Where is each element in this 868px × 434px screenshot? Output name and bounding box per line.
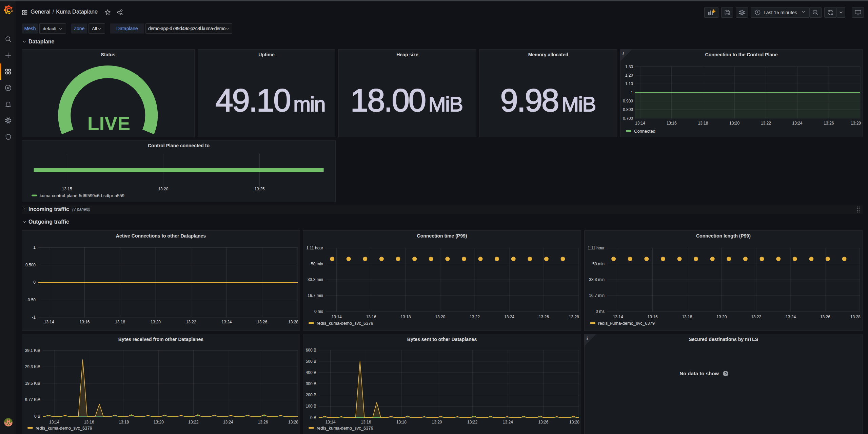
svg-text:13:18: 13:18 bbox=[119, 420, 129, 424]
svg-text:13:24: 13:24 bbox=[223, 420, 233, 424]
svg-text:49.10min: 49.10min bbox=[215, 82, 325, 118]
svg-text:13:14: 13:14 bbox=[326, 420, 336, 424]
svg-text:13:20: 13:20 bbox=[432, 420, 442, 424]
svg-text:13:20: 13:20 bbox=[435, 315, 445, 319]
svg-text:50 min: 50 min bbox=[311, 262, 323, 266]
svg-text:13:20: 13:20 bbox=[158, 187, 168, 191]
svg-text:LIVE: LIVE bbox=[87, 113, 131, 134]
svg-text:0.900: 0.900 bbox=[623, 99, 633, 103]
svg-text:13:16: 13:16 bbox=[648, 315, 658, 319]
svg-text:13:14: 13:14 bbox=[613, 315, 623, 319]
svg-text:1: 1 bbox=[631, 90, 633, 95]
svg-text:18.00MiB: 18.00MiB bbox=[351, 82, 463, 118]
svg-text:redis_kuma-demo_svc_6379: redis_kuma-demo_svc_6379 bbox=[598, 321, 655, 326]
svg-text:13:26: 13:26 bbox=[257, 320, 267, 324]
svg-text:13:24: 13:24 bbox=[792, 121, 803, 126]
svg-text:13:18: 13:18 bbox=[682, 315, 692, 319]
svg-text:9.98MiB: 9.98MiB bbox=[500, 82, 595, 118]
svg-text:33.3 min: 33.3 min bbox=[308, 277, 323, 282]
svg-text:16.7 min: 16.7 min bbox=[308, 293, 323, 298]
svg-text:13:18: 13:18 bbox=[396, 420, 407, 424]
svg-text:1.11 hour: 1.11 hour bbox=[306, 246, 323, 250]
svg-text:400 B: 400 B bbox=[306, 370, 316, 375]
svg-text:0 B: 0 B bbox=[34, 414, 40, 419]
svg-text:13:24: 13:24 bbox=[221, 320, 232, 324]
svg-text:13:24: 13:24 bbox=[503, 420, 513, 424]
svg-text:29.3 KiB: 29.3 KiB bbox=[25, 364, 40, 369]
svg-text:0.700: 0.700 bbox=[623, 116, 633, 121]
svg-text:13:14: 13:14 bbox=[49, 420, 59, 424]
svg-text:13:22: 13:22 bbox=[470, 315, 480, 319]
svg-text:13:16: 13:16 bbox=[84, 420, 94, 424]
svg-text:1.10: 1.10 bbox=[625, 81, 633, 86]
svg-text:13:18: 13:18 bbox=[400, 315, 411, 319]
svg-text:-1: -1 bbox=[32, 315, 36, 320]
svg-text:0.500: 0.500 bbox=[25, 263, 36, 267]
svg-text:13:20: 13:20 bbox=[151, 320, 161, 324]
svg-text:-0.50: -0.50 bbox=[26, 298, 36, 302]
svg-text:13:28: 13:28 bbox=[288, 320, 298, 324]
svg-text:1.11 hour: 1.11 hour bbox=[588, 246, 605, 250]
svg-text:200 B: 200 B bbox=[306, 393, 316, 397]
svg-text:13:28: 13:28 bbox=[569, 315, 579, 319]
svg-text:500 B: 500 B bbox=[306, 359, 316, 364]
svg-text:1.20: 1.20 bbox=[625, 73, 633, 78]
svg-text:13:15: 13:15 bbox=[62, 187, 72, 191]
svg-text:19.5 KiB: 19.5 KiB bbox=[25, 381, 40, 386]
svg-text:600 B: 600 B bbox=[306, 348, 316, 353]
svg-text:13:22: 13:22 bbox=[188, 420, 198, 424]
svg-text:13:22: 13:22 bbox=[467, 420, 477, 424]
svg-text:13:25: 13:25 bbox=[254, 187, 264, 191]
svg-text:13:28: 13:28 bbox=[288, 420, 298, 424]
svg-text:redis_kuma-demo_svc_6379: redis_kuma-demo_svc_6379 bbox=[317, 321, 373, 326]
svg-text:13:16: 13:16 bbox=[79, 320, 90, 324]
svg-text:13:18: 13:18 bbox=[115, 320, 125, 324]
svg-text:13:16: 13:16 bbox=[361, 420, 371, 424]
svg-text:13:28: 13:28 bbox=[850, 315, 861, 319]
svg-text:1: 1 bbox=[33, 245, 36, 250]
svg-text:0 ms: 0 ms bbox=[314, 309, 323, 314]
svg-text:13:20: 13:20 bbox=[716, 315, 727, 319]
svg-text:13:26: 13:26 bbox=[820, 315, 830, 319]
svg-text:9.77 KiB: 9.77 KiB bbox=[25, 397, 40, 402]
svg-text:kuma-control-plane-5d6f599c6d-: kuma-control-plane-5d6f599c6d-sdtpr-a559 bbox=[40, 193, 124, 198]
svg-text:0 B: 0 B bbox=[310, 415, 316, 420]
svg-text:13:16: 13:16 bbox=[366, 315, 376, 319]
svg-text:0 ms: 0 ms bbox=[596, 309, 605, 314]
svg-text:13:22: 13:22 bbox=[761, 121, 771, 126]
svg-text:13:22: 13:22 bbox=[751, 315, 761, 319]
svg-text:13:14: 13:14 bbox=[635, 121, 645, 126]
svg-text:?: ? bbox=[724, 371, 727, 376]
svg-text:1.30: 1.30 bbox=[625, 64, 633, 69]
svg-text:13:26: 13:26 bbox=[538, 420, 548, 424]
svg-text:13:20: 13:20 bbox=[154, 420, 164, 424]
svg-text:13:24: 13:24 bbox=[504, 315, 514, 319]
svg-text:13:26: 13:26 bbox=[824, 121, 834, 126]
svg-text:13:26: 13:26 bbox=[539, 315, 549, 319]
svg-text:39.1 KiB: 39.1 KiB bbox=[25, 348, 40, 353]
svg-text:13:22: 13:22 bbox=[186, 320, 196, 324]
svg-text:13:16: 13:16 bbox=[667, 121, 677, 126]
svg-text:50 min: 50 min bbox=[592, 262, 605, 266]
svg-text:redis_kuma-demo_svc_6379: redis_kuma-demo_svc_6379 bbox=[317, 426, 373, 431]
svg-text:300 B: 300 B bbox=[306, 381, 316, 386]
svg-text:16.7 min: 16.7 min bbox=[589, 293, 605, 298]
svg-text:13:14: 13:14 bbox=[44, 320, 54, 324]
svg-text:33.3 min: 33.3 min bbox=[589, 277, 605, 282]
svg-text:No data to show: No data to show bbox=[679, 371, 719, 376]
svg-text:13:18: 13:18 bbox=[698, 121, 708, 126]
svg-text:13:28: 13:28 bbox=[851, 121, 861, 126]
svg-text:redis_kuma-demo_svc_6379: redis_kuma-demo_svc_6379 bbox=[36, 426, 92, 431]
svg-text:13:28: 13:28 bbox=[569, 420, 579, 424]
svg-text:13:24: 13:24 bbox=[786, 315, 796, 319]
svg-text:13:14: 13:14 bbox=[332, 315, 342, 319]
svg-text:13:20: 13:20 bbox=[729, 121, 739, 126]
svg-text:100 B: 100 B bbox=[306, 404, 316, 409]
svg-text:0: 0 bbox=[33, 280, 36, 285]
svg-text:Connected: Connected bbox=[634, 129, 655, 134]
svg-text:13:26: 13:26 bbox=[258, 420, 268, 424]
svg-text:0.800: 0.800 bbox=[623, 107, 633, 112]
